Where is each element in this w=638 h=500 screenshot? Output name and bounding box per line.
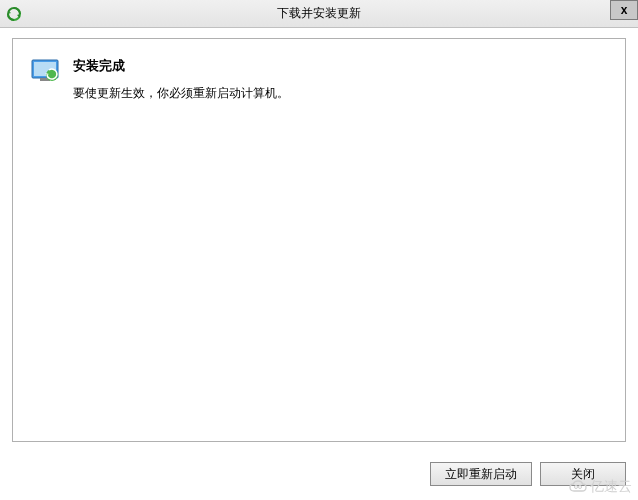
restart-required-text: 要使更新生效，你必须重新启动计算机。	[73, 85, 607, 102]
install-complete-heading: 安装完成	[73, 57, 607, 75]
close-button[interactable]: 关闭	[540, 462, 626, 486]
titlebar: 下载并安装更新 x	[0, 0, 638, 28]
restart-now-button[interactable]: 立即重新启动	[430, 462, 532, 486]
window-title: 下载并安装更新	[277, 5, 361, 22]
content-panel: 安装完成 要使更新生效，你必须重新启动计算机。	[12, 38, 626, 442]
app-icon	[6, 6, 22, 22]
text-block: 安装完成 要使更新生效，你必须重新启动计算机。	[73, 57, 607, 102]
window-close-button[interactable]: x	[610, 0, 638, 20]
content-inner: 安装完成 要使更新生效，你必须重新启动计算机。	[31, 57, 607, 102]
update-complete-icon	[31, 59, 59, 81]
button-bar: 立即重新启动 关闭	[430, 462, 626, 486]
